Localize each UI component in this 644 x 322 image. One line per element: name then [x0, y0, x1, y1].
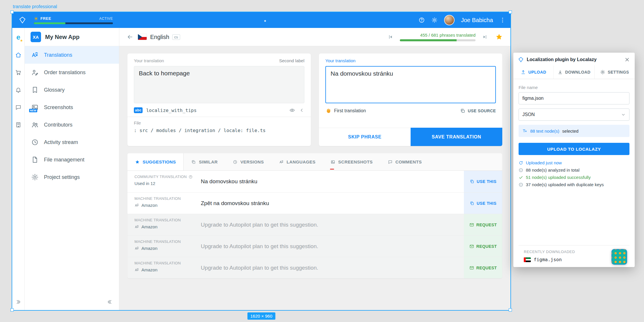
sidebar: XA My New App Translations Order transla…	[25, 28, 119, 310]
tab-comments[interactable]: COMMENTS	[380, 153, 430, 170]
target-text-input[interactable]: Na domovskou stránku	[325, 66, 496, 103]
rail-item-home[interactable]	[12, 46, 24, 64]
translation-progress-bar	[400, 39, 476, 41]
mail-icon	[469, 244, 474, 249]
chevron-left-icon	[299, 108, 304, 113]
file-icon	[31, 156, 39, 163]
skip-phrase-button[interactable]: SKIP PHRASE	[319, 128, 411, 146]
use-this-button[interactable]: USE THIS	[464, 171, 502, 192]
sidebar-item-activity-stream[interactable]: Activity stream	[25, 134, 119, 151]
suggestion-text: Zpět na domovskou stránku	[201, 193, 464, 214]
sidebar-item-translations[interactable]: Translations	[25, 46, 119, 64]
request-button[interactable]: REQUEST	[464, 236, 502, 257]
skip-to-last-button[interactable]	[482, 34, 488, 40]
selection-suffix: selected	[562, 129, 579, 134]
rail-item-notifications[interactable]	[12, 81, 24, 99]
plan-tier-label: FREE	[40, 16, 51, 21]
content-area: Your translation Second label Back to ho…	[119, 46, 510, 310]
favorite-star-button[interactable]	[495, 33, 503, 41]
screenshots-alert-dash	[330, 169, 334, 170]
suggestion-provider: Amazon	[141, 224, 157, 229]
phrase-key: localize_with_tips	[146, 108, 196, 113]
skip-to-first-button[interactable]	[388, 34, 393, 40]
help-button[interactable]	[418, 17, 425, 23]
sidebar-item-order-translations[interactable]: Order translations	[25, 64, 119, 81]
request-button[interactable]: REQUEST	[464, 257, 502, 278]
recent-file-name: figma.json	[534, 257, 562, 262]
recent-file-row[interactable]: figma.json	[524, 257, 624, 262]
expand-rail-button[interactable]	[12, 294, 24, 310]
selection-handle-top-right[interactable]	[509, 10, 512, 14]
suggestion-row: MACHINE TRANSLATION Amazon Upgrade to Au…	[127, 214, 502, 235]
sidebar-item-screenshots[interactable]: NEW Screenshots	[25, 99, 119, 116]
suggestion-provider: Amazon	[141, 267, 157, 272]
language-code-chip: cs	[172, 34, 180, 40]
chevron-down-icon	[621, 112, 626, 117]
plugin-tab-settings[interactable]: SETTINGS	[594, 65, 635, 79]
sidebar-item-contributors[interactable]: Contributors	[25, 116, 119, 134]
close-icon	[624, 57, 630, 63]
preview-eye-button[interactable]	[289, 107, 295, 113]
format-select[interactable]: JSON	[519, 108, 629, 121]
tab-similar[interactable]: SIMILAR	[184, 153, 225, 170]
status-analyzed: 88 node(s) analyzed in total	[519, 168, 629, 172]
selection-handle-bottom-right[interactable]	[509, 308, 512, 312]
refresh-icon	[519, 161, 523, 165]
history-icon	[233, 160, 237, 164]
language-name[interactable]: English	[150, 34, 169, 40]
overflow-menu-button[interactable]	[499, 17, 506, 23]
rail-item-store[interactable]	[12, 64, 24, 81]
request-button[interactable]: REQUEST	[464, 214, 502, 235]
use-source-button[interactable]: USE SOURCE	[460, 108, 496, 113]
rail-item-organization[interactable]	[12, 116, 24, 134]
rail-logo[interactable]: e	[12, 28, 24, 46]
plan-widget[interactable]: FREE ACTIVE	[34, 16, 113, 24]
topbar-center-dot	[264, 20, 266, 22]
user-name[interactable]: Joe Babicha	[461, 17, 493, 24]
project-name: My New App	[45, 34, 79, 40]
star-badge-icon	[20, 39, 23, 42]
sidebar-item-project-settings[interactable]: Project settings	[25, 168, 119, 186]
icon-rail: e	[12, 28, 25, 310]
first-translation-label: First translation	[334, 108, 366, 113]
save-translation-button[interactable]: SAVE TRANSLATION	[411, 128, 502, 146]
tab-screenshots[interactable]: SCREENSHOTS	[323, 153, 380, 170]
suggestion-row: COMMUNITY TRANSLATION Used in 12 Na domo…	[127, 171, 502, 192]
plan-sun-icon	[34, 16, 38, 21]
sidebar-item-glossary[interactable]: Glossary	[25, 81, 119, 99]
gear-icon	[31, 173, 39, 181]
project-header[interactable]: XA My New App	[25, 28, 119, 46]
back-button[interactable]	[127, 34, 133, 40]
tab-suggestions[interactable]: SUGGESTIONS	[127, 153, 184, 170]
collapse-sidebar-button[interactable]	[25, 294, 119, 310]
use-this-button[interactable]: USE THIS	[464, 193, 502, 214]
rail-item-messages[interactable]	[12, 99, 24, 116]
main-area: English cs 455 / 681 phrases translated	[119, 28, 510, 310]
sidebar-menu: Translations Order translations Glossary…	[25, 46, 119, 186]
translation-progress: 455 / 681 phrases translated	[400, 33, 476, 41]
tab-versions[interactable]: VERSIONS	[225, 153, 272, 170]
recent-file-flag-uae	[524, 257, 531, 262]
copy-icon	[470, 201, 474, 206]
suggestion-text: Upgrade to Autopilot plan to get this su…	[201, 214, 464, 235]
suggestion-usage: Used in 12	[134, 181, 155, 186]
upload-to-localazy-button[interactable]: UPLOAD TO LOCALAZY	[519, 143, 629, 155]
sidebar-item-file-management[interactable]: File management	[25, 151, 119, 168]
tab-languages[interactable]: LANGUAGES	[272, 153, 323, 170]
chevrons-left-icon	[107, 299, 113, 305]
file-name-input[interactable]	[519, 92, 629, 104]
sidebar-item-label: Glossary	[44, 87, 65, 93]
suggestions-tabs: SUGGESTIONS SIMILAR VERSIONS LANGUA	[127, 153, 502, 171]
collapse-key-button[interactable]	[299, 108, 304, 113]
plugin-tab-download[interactable]: DOWNLOAD	[553, 65, 594, 79]
sidebar-item-label: Screenshots	[44, 104, 73, 111]
sidebar-item-label: File management	[44, 157, 84, 163]
plugin-close-button[interactable]	[624, 57, 630, 63]
selection-handle-top-left[interactable]	[10, 10, 14, 14]
settings-gear-button[interactable]	[431, 17, 438, 23]
plugin-tab-upload[interactable]: UPLOAD	[513, 65, 553, 79]
frame-label[interactable]: translate professional	[13, 4, 57, 9]
selection-handle-bottom-left[interactable]	[10, 308, 14, 312]
image-icon	[331, 160, 335, 164]
user-avatar[interactable]	[444, 15, 455, 25]
